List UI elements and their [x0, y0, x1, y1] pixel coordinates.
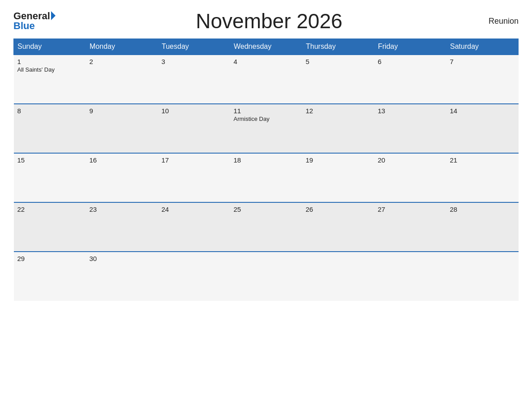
calendar-cell	[446, 252, 519, 301]
calendar-cell: 6	[374, 55, 446, 104]
calendar-cell	[302, 252, 374, 301]
day-number: 23	[90, 206, 154, 213]
day-number: 30	[90, 255, 154, 262]
calendar-cell: 17	[158, 153, 230, 202]
calendar-cell: 8	[14, 104, 86, 153]
calendar-cell: 11Armistice Day	[230, 104, 302, 153]
calendar-cell: 21	[446, 153, 519, 202]
day-number: 3	[162, 58, 227, 65]
calendar-cell	[158, 252, 230, 301]
logo-blue-text: Blue	[13, 21, 35, 31]
calendar-table: Sunday Monday Tuesday Wednesday Thursday…	[13, 39, 519, 301]
calendar-cell	[374, 252, 446, 301]
header-saturday: Saturday	[446, 39, 519, 55]
calendar-cell: 14	[446, 104, 519, 153]
calendar-cell: 5	[302, 55, 374, 104]
calendar-cell: 19	[302, 153, 374, 202]
day-number: 15	[17, 156, 82, 164]
calendar-week-row: 22232425262728	[14, 202, 519, 252]
day-number: 10	[162, 107, 227, 115]
calendar-cell: 30	[86, 252, 158, 301]
day-number: 18	[234, 156, 299, 164]
day-number: 12	[306, 107, 371, 115]
day-number: 7	[450, 58, 515, 65]
day-number: 9	[90, 107, 154, 115]
calendar-cell: 27	[374, 202, 446, 252]
weekday-header-row: Sunday Monday Tuesday Wednesday Thursday…	[14, 39, 519, 55]
calendar-cell: 25	[230, 202, 302, 252]
calendar-cell: 23	[86, 202, 158, 252]
calendar-cell: 12	[302, 104, 374, 153]
day-number: 20	[378, 156, 443, 164]
holiday-label: Armistice Day	[234, 116, 299, 122]
header-sunday: Sunday	[14, 39, 86, 55]
day-number: 28	[450, 206, 515, 213]
calendar-cell: 2	[86, 55, 158, 104]
calendar-cell: 13	[374, 104, 446, 153]
day-number: 11	[234, 107, 299, 115]
day-number: 17	[162, 156, 227, 164]
calendar-week-row: 15161718192021	[14, 153, 519, 202]
logo: General Blue	[13, 11, 56, 31]
day-number: 14	[450, 107, 515, 115]
header-wednesday: Wednesday	[230, 39, 302, 55]
calendar-title: November 2026	[56, 9, 483, 33]
day-number: 13	[378, 107, 443, 115]
day-number: 6	[378, 58, 443, 65]
day-number: 29	[17, 255, 82, 262]
day-number: 25	[234, 206, 299, 213]
calendar-cell: 1All Saints' Day	[14, 55, 86, 104]
calendar-week-row: 1All Saints' Day234567	[14, 55, 519, 104]
calendar-cell: 10	[158, 104, 230, 153]
holiday-label: All Saints' Day	[17, 66, 82, 73]
day-number: 22	[17, 206, 82, 213]
day-number: 8	[17, 107, 82, 115]
calendar-cell: 15	[14, 153, 86, 202]
header-tuesday: Tuesday	[158, 39, 230, 55]
day-number: 16	[90, 156, 154, 164]
calendar-cell: 24	[158, 202, 230, 252]
calendar-week-row: 2930	[14, 252, 519, 301]
calendar-cell: 26	[302, 202, 374, 252]
calendar-cell: 29	[14, 252, 86, 301]
calendar-cell	[230, 252, 302, 301]
calendar-cell: 28	[446, 202, 519, 252]
calendar-cell: 16	[86, 153, 158, 202]
header-monday: Monday	[86, 39, 158, 55]
day-number: 19	[306, 156, 371, 164]
header-thursday: Thursday	[302, 39, 374, 55]
header: General Blue November 2026 Reunion	[13, 9, 519, 33]
header-friday: Friday	[374, 39, 446, 55]
day-number: 26	[306, 206, 371, 213]
day-number: 2	[90, 58, 154, 65]
day-number: 21	[450, 156, 515, 164]
day-number: 4	[234, 58, 299, 65]
calendar-cell: 18	[230, 153, 302, 202]
day-number: 24	[162, 206, 227, 213]
logo-triangle-icon	[51, 11, 56, 20]
calendar-cell: 22	[14, 202, 86, 252]
calendar-cell: 3	[158, 55, 230, 104]
calendar-cell: 7	[446, 55, 519, 104]
region-label: Reunion	[483, 17, 519, 26]
calendar-cell: 9	[86, 104, 158, 153]
day-number: 5	[306, 58, 371, 65]
calendar-page: General Blue November 2026 Reunion Sunda…	[0, 0, 532, 411]
calendar-cell: 4	[230, 55, 302, 104]
day-number: 27	[378, 206, 443, 213]
logo-general-text: General	[13, 11, 50, 21]
calendar-cell: 20	[374, 153, 446, 202]
calendar-week-row: 891011Armistice Day121314	[14, 104, 519, 153]
day-number: 1	[17, 58, 82, 65]
